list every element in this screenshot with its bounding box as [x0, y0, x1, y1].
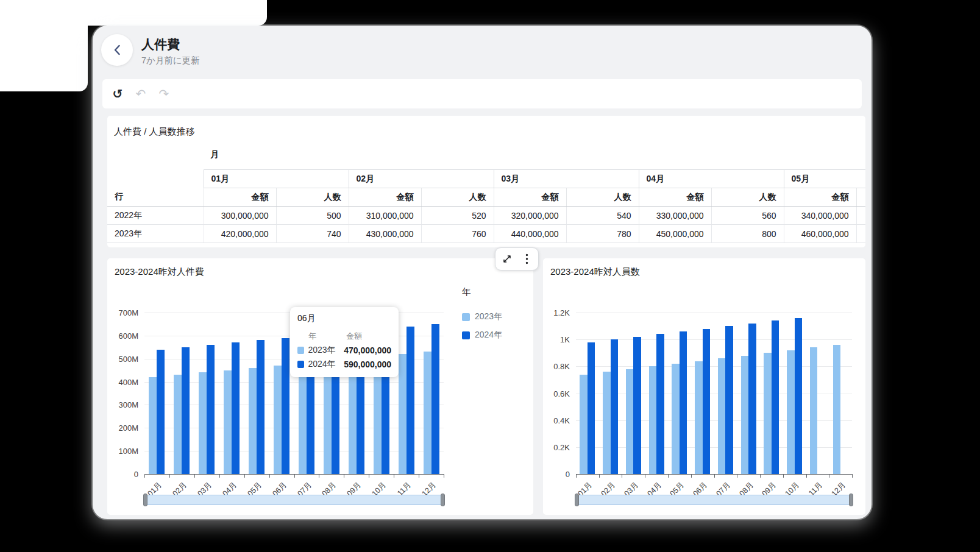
legend-swatch [462, 313, 470, 321]
bar-2023年-01月[interactable] [149, 377, 157, 474]
redo-icon[interactable]: ↷ [157, 88, 171, 100]
y-tick-label: 700M [118, 308, 138, 317]
bar-group [144, 313, 169, 474]
bar-2024年-11月[interactable] [407, 327, 414, 474]
value-cell: 500 [276, 207, 349, 225]
bar-2023年-08月[interactable] [741, 356, 749, 474]
value-cell: 460,000,000 [784, 225, 856, 243]
slider-handle-right[interactable] [441, 494, 445, 506]
legend-item-2024年[interactable]: 2024年 [462, 330, 502, 341]
slider-handle-left[interactable] [575, 494, 579, 506]
month-header-cell[interactable]: 03月 [494, 170, 639, 188]
x-axis-range-slider[interactable] [576, 495, 852, 505]
canvas-white-corner-left [0, 0, 88, 91]
measure-header-cell[interactable]: 人数 [276, 188, 349, 207]
measure-header-cell[interactable]: 金額 [639, 188, 711, 207]
bar-2023年-02月[interactable] [603, 372, 611, 474]
row-label-cell: 2023年 [107, 225, 204, 243]
bar-2024年-03月[interactable] [633, 337, 641, 474]
bar-2023年-02月[interactable] [174, 375, 182, 474]
bar-2023年-06月[interactable] [274, 366, 282, 474]
measure-header-cell[interactable]: 人数 [856, 188, 865, 207]
x-tick-mark [444, 474, 444, 478]
chart-tooltip: 06月 年 金額 2023年470,000,0002024年590,000,00… [290, 307, 399, 377]
bar-2023年-12月[interactable] [833, 345, 841, 474]
bar-2023年-06月[interactable] [695, 361, 703, 475]
legend-swatch [462, 331, 470, 339]
measure-header-cell[interactable]: 金額 [204, 188, 276, 207]
bar-2024年-02月[interactable] [611, 339, 619, 474]
edit-toolbar: ↺ ↶ ↷ [102, 79, 862, 108]
month-header-cell[interactable]: 01月 [204, 170, 349, 188]
bar-2023年-11月[interactable] [810, 347, 818, 474]
tooltip-col2-label: 金額 [346, 331, 362, 342]
bar-2024年-03月[interactable] [207, 345, 215, 474]
legend-items: 2023年2024年 [462, 311, 502, 341]
value-cell [856, 225, 865, 243]
bar-2024年-06月[interactable] [282, 338, 289, 474]
menu-options-button[interactable] [519, 251, 534, 267]
bar-2024年-02月[interactable] [182, 347, 190, 474]
measure-header-cell[interactable]: 人数 [421, 188, 494, 207]
x-axis-range-slider[interactable] [144, 495, 444, 505]
y-tick-label: 200M [118, 423, 138, 433]
month-header-cell[interactable]: 04月 [639, 170, 784, 188]
bar-2024年-09月[interactable] [772, 320, 779, 474]
back-button[interactable] [101, 34, 133, 66]
bar-2024年-01月[interactable] [157, 350, 165, 474]
bar-group [760, 313, 783, 474]
legend-label: 2023年 [475, 311, 502, 322]
month-header-cell[interactable]: 02月 [349, 170, 494, 188]
tooltip-row: 2023年470,000,000 [297, 343, 391, 357]
bar-2023年-11月[interactable] [399, 354, 407, 474]
legend-item-2023年[interactable]: 2023年 [462, 311, 502, 322]
slider-handle-right[interactable] [849, 494, 853, 506]
month-header-cell[interactable]: 05月 [784, 170, 865, 188]
bar-2024年-04月[interactable] [232, 342, 240, 474]
chart-title: 2023-2024昨対人員数 [550, 266, 640, 278]
bar-group [419, 313, 444, 474]
bar-group [244, 313, 269, 474]
bar-2023年-05月[interactable] [249, 368, 257, 474]
bar-2024年-06月[interactable] [703, 329, 711, 475]
bar-2023年-01月[interactable] [580, 375, 588, 474]
visual-hover-menu [495, 247, 539, 271]
value-cell: 560 [711, 207, 784, 225]
slider-handle-left[interactable] [143, 494, 147, 506]
bar-2024年-01月[interactable] [588, 342, 595, 474]
bar-2024年-08月[interactable] [748, 324, 756, 474]
bar-2024年-05月[interactable] [680, 331, 687, 474]
bar-2023年-04月[interactable] [224, 370, 232, 474]
bar-group [169, 313, 194, 474]
bar-2024年-05月[interactable] [257, 340, 265, 474]
bar-2024年-10月[interactable] [795, 318, 803, 474]
bar-group [576, 313, 599, 474]
bar-group [737, 313, 760, 474]
bar-2023年-07月[interactable] [718, 358, 726, 474]
bar-2023年-12月[interactable] [424, 352, 431, 474]
bar-2023年-08月[interactable] [324, 361, 332, 475]
measure-header-cell[interactable]: 金額 [784, 188, 856, 207]
expand-button[interactable] [499, 251, 515, 267]
bar-2023年-09月[interactable] [764, 353, 772, 474]
reset-icon[interactable]: ↺ [111, 88, 124, 100]
bar-2023年-07月[interactable] [299, 363, 307, 474]
undo-icon[interactable]: ↶ [134, 88, 147, 100]
column-dimension-label: 月 [210, 149, 219, 160]
bar-2023年-03月[interactable] [199, 372, 207, 474]
bar-2024年-04月[interactable] [656, 334, 664, 474]
tooltip-swatch [297, 347, 304, 354]
bar-2024年-12月[interactable] [431, 324, 439, 474]
bar-2023年-05月[interactable] [672, 364, 680, 474]
measure-header-cell[interactable]: 人数 [711, 188, 784, 207]
bar-2023年-03月[interactable] [626, 369, 634, 474]
measure-header-cell[interactable]: 金額 [349, 188, 421, 207]
measure-header-cell[interactable]: 金額 [494, 188, 566, 207]
measure-header-cell[interactable]: 人数 [566, 188, 639, 207]
tooltip-col1-label: 年 [308, 331, 346, 342]
y-axis-labels: 700M600M500M400M300M200M100M0 [107, 313, 138, 474]
bar-2024年-07月[interactable] [725, 326, 733, 474]
pivot-corner-cell [107, 170, 204, 188]
bar-2023年-10月[interactable] [787, 350, 795, 474]
bar-2023年-04月[interactable] [649, 366, 657, 474]
